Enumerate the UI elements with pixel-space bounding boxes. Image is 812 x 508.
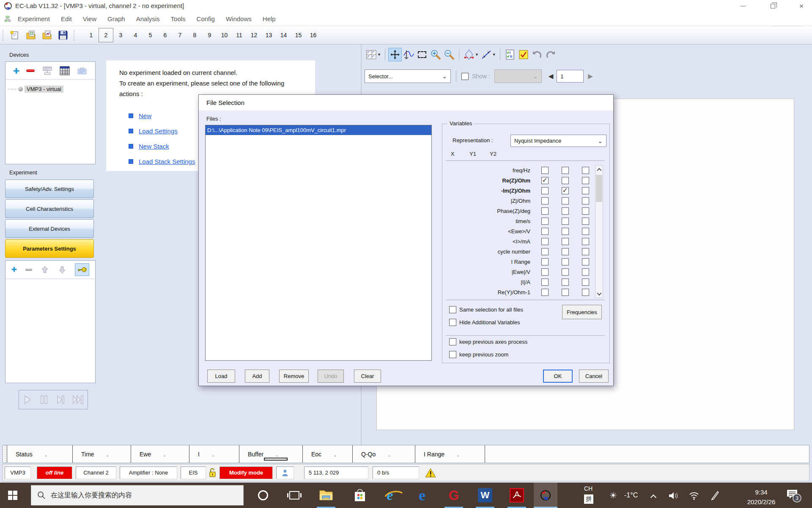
temperature-text[interactable]: -1°C bbox=[624, 491, 638, 499]
next-step-icon[interactable] bbox=[56, 395, 65, 405]
x-axis-checkbox[interactable] bbox=[541, 197, 549, 204]
x-axis-checkbox[interactable] bbox=[541, 187, 549, 194]
redo-icon[interactable] bbox=[544, 48, 557, 61]
new-experiment-icon[interactable] bbox=[8, 28, 22, 42]
cortana-button[interactable] bbox=[251, 483, 275, 508]
clock[interactable]: 9:34 2020/2/26 bbox=[736, 487, 787, 507]
taskbar-app-word[interactable]: W bbox=[473, 483, 497, 508]
taskbar-app-edge[interactable]: e bbox=[410, 483, 434, 508]
add-button[interactable]: Add bbox=[245, 370, 269, 383]
remove-button[interactable]: Remove bbox=[279, 370, 309, 383]
y2-axis-checkbox[interactable] bbox=[582, 289, 589, 296]
graph-properties-icon[interactable] bbox=[462, 48, 476, 61]
y2-axis-checkbox[interactable] bbox=[582, 167, 589, 174]
device-connection-icon[interactable] bbox=[42, 66, 53, 76]
y2-axis-checkbox[interactable] bbox=[582, 197, 589, 204]
add-device-icon[interactable]: + bbox=[13, 65, 19, 76]
file-list-item[interactable]: D:\...\Application Note 09\PEIS_ampl100m… bbox=[206, 125, 431, 135]
x-axis-checkbox[interactable] bbox=[541, 177, 549, 184]
menu-item[interactable]: Config bbox=[197, 15, 215, 22]
curve-cursor-icon[interactable] bbox=[402, 48, 415, 61]
dialog-title-bar[interactable]: File Selection bbox=[199, 95, 613, 110]
y1-axis-checkbox[interactable] bbox=[562, 238, 569, 245]
show-checkbox[interactable] bbox=[461, 73, 469, 80]
weather-sun-icon[interactable]: ☀ bbox=[609, 490, 617, 500]
clear-button[interactable]: Clear bbox=[354, 370, 381, 383]
slope-tool-icon[interactable] bbox=[480, 48, 493, 61]
save-icon[interactable] bbox=[56, 28, 70, 42]
taskbar-app-acrobat[interactable] bbox=[505, 483, 529, 508]
keep-option-checkbox[interactable] bbox=[449, 338, 456, 345]
parameters-settings-button[interactable]: Parameters Settings bbox=[5, 239, 94, 258]
action-link[interactable]: Load Settings bbox=[139, 127, 178, 135]
zoom-in-icon[interactable] bbox=[429, 48, 442, 61]
experiment-section-button[interactable]: External Devices bbox=[5, 219, 94, 238]
zoom-out-icon[interactable] bbox=[442, 48, 456, 61]
y1-axis-checkbox[interactable] bbox=[562, 167, 569, 174]
load-data-file-icon[interactable] bbox=[40, 28, 54, 42]
scroll-up-icon[interactable] bbox=[595, 166, 603, 174]
menu-item[interactable]: View bbox=[83, 15, 96, 22]
data-selection-icon[interactable]: IE bbox=[503, 48, 517, 61]
zoom-select-icon[interactable] bbox=[415, 48, 429, 61]
prev-page-icon[interactable]: ◀ bbox=[549, 72, 554, 80]
scroll-down-icon[interactable] bbox=[595, 290, 603, 298]
y2-axis-checkbox[interactable] bbox=[582, 268, 589, 276]
ok-button[interactable]: OK bbox=[543, 370, 573, 383]
y1-axis-checkbox[interactable] bbox=[562, 289, 569, 296]
menu-item[interactable]: Analysis bbox=[136, 15, 160, 22]
option-checkbox[interactable] bbox=[449, 319, 456, 326]
channel-tab[interactable]: 9 bbox=[202, 29, 217, 41]
y2-axis-checkbox[interactable] bbox=[582, 248, 589, 255]
channel-tab[interactable]: 16 bbox=[306, 29, 321, 41]
channels-grid-icon[interactable] bbox=[60, 66, 70, 75]
y1-axis-checkbox[interactable] bbox=[562, 279, 569, 286]
keep-option-checkbox[interactable] bbox=[449, 351, 456, 358]
experiment-section-button[interactable]: Safety/Adv. Settings bbox=[5, 179, 94, 198]
y2-axis-checkbox[interactable] bbox=[582, 258, 589, 265]
ime-language-indicator[interactable]: CH bbox=[584, 485, 593, 492]
experiment-section-button[interactable]: Cell Characteristics bbox=[5, 199, 94, 218]
graph-properties-dropdown-icon[interactable]: ▼ bbox=[475, 52, 479, 57]
x-axis-checkbox[interactable] bbox=[541, 279, 549, 286]
taskbar-app-file-explorer[interactable] bbox=[314, 483, 338, 508]
y1-axis-checkbox[interactable] bbox=[562, 248, 569, 255]
x-axis-checkbox[interactable] bbox=[541, 207, 549, 215]
menu-item[interactable]: Edit bbox=[61, 15, 72, 22]
file-list[interactable]: D:\...\Application Note 09\PEIS_ampl100m… bbox=[205, 125, 432, 361]
move-down-icon[interactable] bbox=[58, 265, 66, 274]
channel-tab[interactable]: 8 bbox=[187, 29, 202, 41]
y1-axis-checkbox[interactable] bbox=[562, 218, 569, 225]
y1-axis-checkbox[interactable] bbox=[562, 197, 569, 204]
ime-mode-indicator[interactable]: 拼 bbox=[584, 494, 593, 504]
undo-icon[interactable] bbox=[530, 48, 544, 61]
channel-tab[interactable]: 11 bbox=[232, 29, 247, 41]
task-view-button[interactable] bbox=[283, 483, 306, 508]
y2-axis-checkbox[interactable] bbox=[582, 187, 589, 194]
graph-layout-dropdown-icon[interactable]: ▼ bbox=[377, 52, 381, 57]
menu-item[interactable]: Experiment bbox=[18, 15, 50, 22]
channel-tab[interactable]: 1 bbox=[84, 29, 99, 41]
device-tree-item[interactable]: VMP3 - virtual bbox=[8, 86, 95, 93]
x-axis-checkbox[interactable] bbox=[541, 248, 549, 255]
channel-tab[interactable]: 3 bbox=[113, 29, 128, 41]
x-axis-checkbox[interactable] bbox=[541, 218, 549, 225]
edit-parameters-key-icon[interactable] bbox=[75, 263, 89, 276]
menu-item[interactable]: Help bbox=[263, 15, 276, 22]
taskbar-app-g[interactable]: G bbox=[442, 483, 466, 508]
process-data-icon[interactable] bbox=[517, 48, 530, 61]
y2-axis-checkbox[interactable] bbox=[582, 279, 589, 286]
window-minimize-button[interactable] bbox=[733, 0, 753, 12]
channel-tab[interactable]: 5 bbox=[143, 29, 158, 41]
x-axis-checkbox[interactable] bbox=[541, 289, 549, 296]
menu-item[interactable]: Graph bbox=[107, 15, 125, 22]
action-link[interactable]: New bbox=[139, 112, 151, 119]
pan-tool-icon[interactable] bbox=[388, 48, 402, 61]
menu-item[interactable]: Tools bbox=[171, 15, 186, 22]
taskbar-app-eclab[interactable] bbox=[534, 483, 557, 508]
cancel-button[interactable]: Cancel bbox=[579, 370, 609, 383]
load-button[interactable]: Load bbox=[207, 370, 235, 383]
channel-tab[interactable]: 6 bbox=[158, 29, 173, 41]
selector-dropdown[interactable]: Selector... ⌄ bbox=[365, 69, 451, 83]
add-technique-icon[interactable]: + bbox=[11, 265, 17, 274]
